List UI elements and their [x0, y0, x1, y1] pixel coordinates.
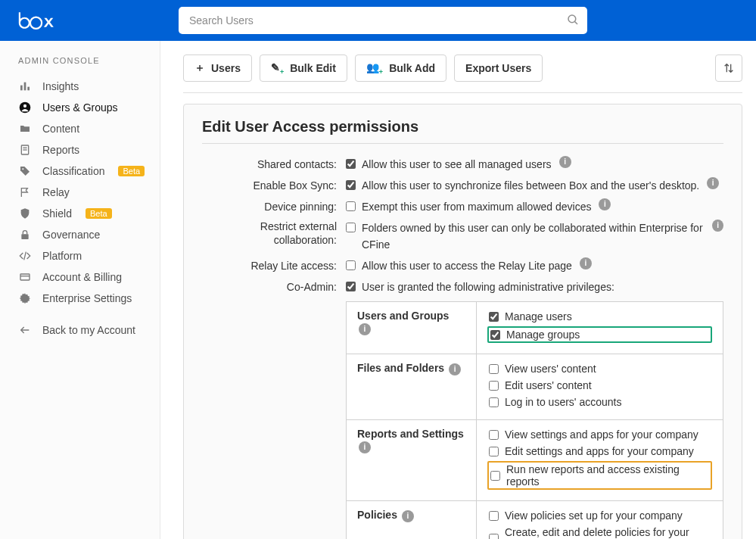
svg-rect-5 [27, 87, 30, 91]
priv-label: Run new reports and access existing repo… [506, 463, 709, 488]
priv-label: Manage groups [506, 329, 580, 341]
device-pinning-checkbox[interactable] [346, 201, 356, 211]
box-sync-checkbox[interactable] [346, 180, 356, 190]
info-icon[interactable]: i [559, 156, 571, 168]
priv-items-cell: View users' content Edit users' content … [477, 354, 723, 420]
priv-label: View settings and apps for your company [505, 428, 698, 441]
sidebar-label: Enterprise Settings [42, 292, 132, 304]
bulk-edit-button[interactable]: ✎+ Bulk Edit [260, 55, 347, 82]
relay-lite-checkbox[interactable] [346, 260, 356, 270]
svg-rect-3 [20, 86, 23, 91]
svg-rect-4 [24, 83, 26, 91]
row-text: Exempt this user from maximum allowed de… [362, 198, 591, 215]
box-logo [14, 11, 58, 30]
code-icon [18, 250, 32, 262]
pencil-plus-icon: ✎+ [271, 61, 284, 76]
users-button[interactable]: ＋ Users [183, 55, 252, 82]
info-icon[interactable]: i [402, 510, 414, 522]
tag-icon [18, 165, 32, 177]
sidebar-item-insights[interactable]: Insights [0, 76, 160, 97]
info-icon[interactable]: i [580, 257, 592, 270]
toolbar: ＋ Users ✎+ Bulk Edit 👥+ Bulk Add Export … [160, 55, 756, 92]
sidebar-item-classification[interactable]: Classification Beta [0, 160, 160, 182]
priv-row-files-folders: Files and Folders i View users' content … [347, 354, 723, 420]
beta-badge: Beta [86, 208, 112, 219]
arrow-left-icon [18, 324, 32, 336]
priv-item: View settings and apps for your company [487, 428, 712, 441]
priv-row-users-groups: Users and Groups i Manage users Manage g… [347, 302, 723, 354]
button-label: Bulk Edit [290, 62, 336, 74]
priv-items-cell: View policies set up for your company Cr… [477, 501, 723, 540]
bulk-add-button[interactable]: 👥+ Bulk Add [355, 55, 446, 82]
create-policies-checkbox[interactable] [489, 534, 499, 540]
sort-button[interactable] [715, 55, 742, 82]
sidebar-item-platform[interactable]: Platform [0, 245, 160, 266]
shared-contacts-checkbox[interactable] [346, 159, 356, 169]
view-settings-checkbox[interactable] [489, 430, 499, 440]
button-label: Users [211, 62, 241, 74]
edit-users-content-checkbox[interactable] [489, 381, 499, 391]
priv-label: View policies set up for your company [505, 509, 683, 522]
main-content: ＋ Users ✎+ Bulk Edit 👥+ Bulk Add Export … [160, 41, 756, 539]
document-icon [18, 144, 32, 156]
row-shared-contacts: Shared contacts: Allow this user to see … [202, 156, 723, 173]
restrict-collab-checkbox[interactable] [346, 223, 356, 232]
login-users-accounts-checkbox[interactable] [489, 397, 499, 407]
sort-arrows-icon [723, 62, 735, 74]
priv-item: Edit settings and apps for your company [487, 444, 712, 458]
sidebar-item-reports[interactable]: Reports [0, 139, 160, 160]
info-icon[interactable]: i [359, 323, 371, 335]
permissions-panel: Edit User Access permissions Shared cont… [183, 104, 742, 539]
row-text: Allow this user to access the Relay Lite… [362, 257, 572, 274]
manage-groups-checkbox[interactable] [490, 330, 500, 340]
priv-row-reports-settings: Reports and Settings i View settings and… [347, 420, 723, 501]
row-label: Enable Box Sync: [202, 177, 337, 194]
user-circle-icon [18, 101, 32, 114]
sidebar-item-governance[interactable]: Governance [0, 224, 160, 245]
lock-icon [18, 229, 32, 241]
manage-users-checkbox[interactable] [489, 312, 499, 322]
row-label: Device pinning: [202, 198, 337, 215]
run-reports-checkbox[interactable] [490, 471, 500, 481]
info-icon[interactable]: i [712, 220, 723, 232]
sidebar-item-billing[interactable]: Account & Billing [0, 266, 160, 288]
priv-label: Edit settings and apps for your company [505, 445, 694, 457]
card-icon [18, 271, 32, 283]
info-icon[interactable]: i [707, 177, 719, 189]
sidebar-item-shield[interactable]: Shield Beta [0, 203, 160, 224]
row-box-sync: Enable Box Sync: Allow this user to sync… [202, 177, 723, 194]
toolbar-divider [183, 92, 742, 93]
search-icon[interactable] [566, 13, 580, 29]
sidebar-item-settings[interactable]: Enterprise Settings [0, 288, 160, 309]
sidebar-item-content[interactable]: Content [0, 118, 160, 139]
sidebar-item-back[interactable]: Back to my Account [0, 319, 160, 341]
sidebar-label: Users & Groups [42, 101, 118, 114]
bar-chart-icon [18, 80, 32, 92]
view-policies-checkbox[interactable] [489, 511, 499, 521]
co-admin-checkbox[interactable] [346, 282, 356, 291]
info-icon[interactable]: i [359, 441, 371, 453]
priv-item-highlighted: Run new reports and access existing repo… [487, 461, 712, 490]
sidebar-label: Shield [42, 207, 72, 220]
export-users-button[interactable]: Export Users [454, 55, 543, 82]
row-device-pinning: Device pinning: Exempt this user from ma… [202, 198, 723, 215]
shield-icon [18, 207, 32, 220]
plus-icon: ＋ [194, 61, 205, 75]
row-label: Relay Lite access: [202, 257, 337, 274]
info-icon[interactable]: i [449, 363, 461, 375]
svg-point-0 [30, 17, 42, 29]
sidebar-item-users-groups[interactable]: Users & Groups [0, 97, 160, 118]
edit-settings-checkbox[interactable] [489, 447, 499, 456]
row-label: Shared contacts: [202, 156, 337, 173]
top-bar [0, 0, 756, 41]
sidebar-label: Reports [42, 144, 79, 156]
sidebar-label: Content [42, 123, 79, 135]
info-icon[interactable]: i [599, 198, 611, 210]
users-plus-icon: 👥+ [366, 61, 383, 76]
search-input[interactable] [179, 7, 587, 34]
view-users-content-checkbox[interactable] [489, 364, 499, 374]
priv-item: View users' content [487, 362, 712, 375]
svg-rect-12 [21, 234, 28, 239]
sidebar-item-relay[interactable]: Relay [0, 182, 160, 203]
row-restrict-collab: Restrict external collaboration: Folders… [202, 220, 723, 253]
